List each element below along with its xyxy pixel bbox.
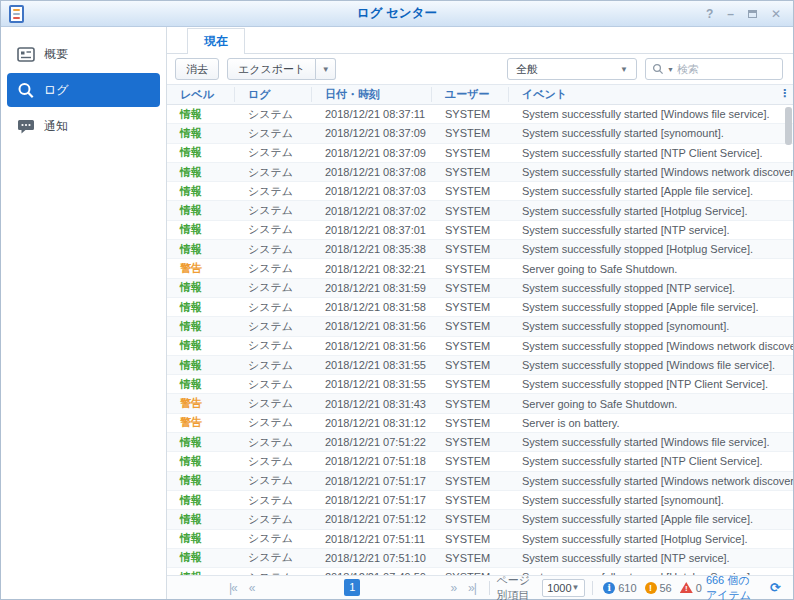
datetime-cell: 2018/12/21 08:35:38 — [312, 243, 432, 255]
log-cell: システム — [235, 338, 312, 353]
table-row[interactable]: 情報システム2018/12/21 08:31:59SYSTEMSystem su… — [167, 279, 793, 298]
event-cell: System successfully started [Windows net… — [509, 166, 793, 178]
level-cell: 情報 — [167, 570, 235, 575]
level-cell: 情報 — [167, 145, 235, 160]
sidebar: 概要ログ通知 — [1, 27, 167, 599]
table-row[interactable]: 情報システム2018/12/21 08:37:03SYSTEMSystem su… — [167, 182, 793, 201]
table-row[interactable]: 情報システム2018/12/21 07:49:50SYSTEMSystem su… — [167, 568, 793, 575]
level-cell: 情報 — [167, 184, 235, 199]
datetime-cell: 2018/12/21 07:51:12 — [312, 513, 432, 525]
column-header-user[interactable]: ユーザー — [432, 87, 509, 102]
search-icon — [652, 63, 664, 75]
column-settings-button[interactable]: ⋮ — [779, 88, 790, 99]
warning-count-value: 56 — [660, 582, 672, 594]
table-row[interactable]: 警告システム2018/12/21 08:32:21SYSTEMServer go… — [167, 259, 793, 278]
sidebar-item-notification[interactable]: 通知 — [7, 109, 160, 143]
level-cell: 情報 — [167, 280, 235, 295]
first-page-button[interactable]: |« — [223, 581, 243, 595]
info-icon: i — [603, 582, 615, 594]
warning-icon: ! — [645, 582, 657, 594]
table-row[interactable]: 情報システム2018/12/21 08:31:58SYSTEMSystem su… — [167, 298, 793, 317]
datetime-cell: 2018/12/21 08:31:59 — [312, 282, 432, 294]
search-box[interactable]: ▼ — [645, 58, 783, 80]
level-cell: 警告 — [167, 396, 235, 411]
chevron-down-icon: ▼ — [572, 583, 580, 592]
info-count[interactable]: i 610 — [603, 582, 636, 594]
level-cell: 情報 — [167, 319, 235, 334]
column-header-log[interactable]: ログ — [235, 87, 312, 102]
table-row[interactable]: 情報システム2018/12/21 08:37:11SYSTEMSystem su… — [167, 105, 793, 124]
datetime-cell: 2018/12/21 07:51:17 — [312, 494, 432, 506]
datetime-cell: 2018/12/21 08:31:55 — [312, 359, 432, 371]
table-row[interactable]: 警告システム2018/12/21 08:31:43SYSTEMServer go… — [167, 394, 793, 413]
event-cell: System successfully stopped [synomount]. — [509, 320, 793, 332]
clear-button[interactable]: 消去 — [175, 58, 219, 80]
log-cell: システム — [235, 319, 312, 334]
event-cell: System successfully started [synomount]. — [509, 494, 793, 506]
level-cell: 情報 — [167, 222, 235, 237]
datetime-cell: 2018/12/21 08:37:02 — [312, 205, 432, 217]
user-cell: SYSTEM — [432, 552, 509, 564]
refresh-button[interactable]: ⟳ — [770, 580, 781, 595]
user-cell: SYSTEM — [432, 301, 509, 313]
table-row[interactable]: 情報システム2018/12/21 07:51:17SYSTEMSystem su… — [167, 491, 793, 510]
table-row[interactable]: 情報システム2018/12/21 07:51:17SYSTEMSystem su… — [167, 472, 793, 491]
table-row[interactable]: 情報システム2018/12/21 07:51:22SYSTEMSystem su… — [167, 433, 793, 452]
current-page-input[interactable]: 1 — [344, 579, 360, 596]
log-type-select[interactable]: 全般 ▼ — [507, 58, 637, 80]
search-input[interactable] — [677, 63, 757, 75]
table-row[interactable]: 情報システム2018/12/21 08:37:09SYSTEMSystem su… — [167, 144, 793, 163]
datetime-cell: 2018/12/21 08:32:21 — [312, 263, 432, 275]
help-button[interactable]: ? — [706, 8, 713, 20]
table-row[interactable]: 情報システム2018/12/21 08:37:09SYSTEMSystem su… — [167, 124, 793, 143]
datetime-cell: 2018/12/21 07:51:10 — [312, 552, 432, 564]
scrollbar-thumb[interactable] — [785, 107, 792, 145]
next-page-button[interactable]: » — [444, 581, 462, 595]
event-cell: Server is on battery. — [509, 417, 793, 429]
sidebar-item-log[interactable]: ログ — [7, 73, 160, 107]
datetime-cell: 2018/12/21 07:51:11 — [312, 533, 432, 545]
export-button[interactable]: エクスポート — [227, 58, 316, 80]
maximize-button[interactable] — [748, 8, 757, 20]
table-row[interactable]: 情報システム2018/12/21 07:51:11SYSTEMSystem su… — [167, 530, 793, 549]
level-cell: 情報 — [167, 203, 235, 218]
table-row[interactable]: 情報システム2018/12/21 07:51:18SYSTEMSystem su… — [167, 452, 793, 471]
tab-current[interactable]: 現在 — [187, 28, 245, 54]
datetime-cell: 2018/12/21 08:37:03 — [312, 185, 432, 197]
table-row[interactable]: 情報システム2018/12/21 08:31:56SYSTEMSystem su… — [167, 317, 793, 336]
per-page-select[interactable]: 1000 ▼ — [542, 579, 584, 597]
error-count[interactable]: ! 0 — [680, 582, 702, 594]
event-cell: System successfully started [Windows net… — [509, 475, 793, 487]
close-button[interactable]: ✕ — [771, 8, 781, 20]
table-row[interactable]: 警告システム2018/12/21 08:31:12SYSTEMServer is… — [167, 414, 793, 433]
event-cell: System successfully started [Windows fil… — [509, 108, 793, 120]
column-header-event[interactable]: イベント — [509, 87, 793, 102]
log-cell: システム — [235, 242, 312, 257]
table-row[interactable]: 情報システム2018/12/21 08:35:38SYSTEMSystem su… — [167, 240, 793, 259]
warning-count[interactable]: ! 56 — [645, 582, 672, 594]
prev-page-button[interactable]: « — [243, 581, 261, 595]
sidebar-item-overview[interactable]: 概要 — [7, 37, 160, 71]
event-cell: System successfully started [NTP Client … — [509, 147, 793, 159]
minimize-button[interactable]: – — [727, 8, 734, 20]
last-page-button[interactable]: »| — [462, 581, 482, 595]
event-cell: System successfully started [NTP service… — [509, 552, 793, 564]
table-row[interactable]: 情報システム2018/12/21 08:31:56SYSTEMSystem su… — [167, 337, 793, 356]
chevron-down-icon: ▼ — [322, 65, 330, 74]
column-header-datetime[interactable]: 日付・時刻 — [312, 87, 432, 102]
export-dropdown-button[interactable]: ▼ — [316, 58, 336, 80]
info-count-value: 610 — [618, 582, 636, 594]
table-row[interactable]: 情報システム2018/12/21 07:51:12SYSTEMSystem su… — [167, 510, 793, 529]
level-cell: 情報 — [167, 512, 235, 527]
table-row[interactable]: 情報システム2018/12/21 08:37:01SYSTEMSystem su… — [167, 221, 793, 240]
column-header-level[interactable]: レベル — [167, 87, 235, 102]
datetime-cell: 2018/12/21 08:31:56 — [312, 340, 432, 352]
table-row[interactable]: 情報システム2018/12/21 08:31:55SYSTEMSystem su… — [167, 375, 793, 394]
table-row[interactable]: 情報システム2018/12/21 07:51:10SYSTEMSystem su… — [167, 549, 793, 568]
table-row[interactable]: 情報システム2018/12/21 08:31:55SYSTEMSystem su… — [167, 356, 793, 375]
level-cell: 情報 — [167, 358, 235, 373]
search-options-icon[interactable]: ▼ — [667, 66, 674, 73]
table-row[interactable]: 情報システム2018/12/21 08:37:08SYSTEMSystem su… — [167, 163, 793, 182]
table-row[interactable]: 情報システム2018/12/21 08:37:02SYSTEMSystem su… — [167, 201, 793, 220]
toolbar: 消去 エクスポート ▼ 全般 ▼ ▼ — [167, 54, 793, 84]
